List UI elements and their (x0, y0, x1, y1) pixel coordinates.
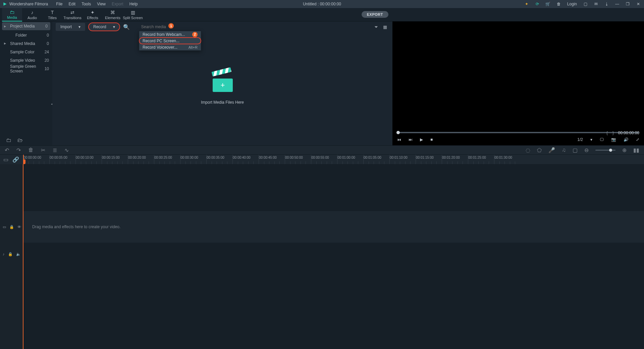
play-icon[interactable]: ▶ (420, 137, 423, 142)
track-lock-icon[interactable]: 🔒 (9, 225, 14, 229)
display-icon[interactable]: 🖵 (600, 137, 604, 142)
filter-icon[interactable]: ⏷ (374, 24, 378, 30)
volume-icon[interactable]: 🔊 (624, 137, 629, 142)
menu-edit[interactable]: Edit (69, 2, 76, 6)
menu-item-shortcut: Alt+R (189, 45, 198, 49)
cart-icon[interactable]: 🛒 (546, 2, 550, 6)
mixer-icon[interactable]: ♫ (562, 147, 566, 153)
select-tool-icon[interactable]: ▭ (3, 156, 8, 163)
track-video-icon[interactable]: ▭ (3, 225, 6, 229)
tab-elements[interactable]: ⌘ Elements (103, 8, 123, 21)
message-icon[interactable]: ✉ (594, 2, 598, 6)
refresh-icon[interactable]: ⟳ (535, 2, 540, 6)
link-icon[interactable]: 🔗 (12, 156, 19, 163)
preview-ratio[interactable]: 1/2 (577, 137, 583, 142)
menu-file[interactable]: File (56, 2, 62, 6)
menu-help[interactable]: Help (129, 2, 138, 6)
track-body-rest[interactable] (23, 265, 644, 349)
audio-sync-icon[interactable]: ∿ (64, 147, 69, 153)
redo-icon[interactable]: ↷ (16, 147, 21, 153)
tab-media[interactable]: 🗀 Media (2, 8, 22, 21)
save-icon[interactable]: ▢ (583, 2, 588, 6)
tab-label: Transitions (63, 16, 81, 20)
sidebar-item-shared-media[interactable]: Shared Media 0 (0, 39, 52, 48)
zoom-slider[interactable] (595, 150, 615, 151)
timeline-ruler[interactable]: 00:00:00:0000:00:05:0000:00:10:0000:00:1… (23, 155, 644, 164)
lightbulb-icon[interactable]: ✦ (524, 2, 529, 6)
sidebar-item-sample-video[interactable]: Sample Video 20 (0, 56, 52, 64)
menu-view[interactable]: View (97, 2, 106, 6)
delete-icon[interactable]: 🗑 (28, 147, 34, 153)
import-dropdown[interactable]: Import ▾ (56, 23, 85, 31)
cut-icon[interactable]: ✂ (41, 147, 45, 153)
chevron-down-icon[interactable]: ▾ (590, 137, 592, 142)
gift-icon[interactable]: 🗑 (556, 2, 561, 6)
titlebar: Wondershare Filmora File Edit Tools View… (0, 0, 644, 8)
prev-frame-icon[interactable]: ⏮ (397, 137, 401, 142)
tab-label: Titles (48, 16, 57, 20)
download-icon[interactable]: ⭳ (604, 2, 609, 6)
new-folder-alt-icon[interactable]: 🗁 (17, 137, 23, 143)
track-mute-icon[interactable]: 🔈 (16, 252, 21, 256)
track-head-spacer (0, 164, 23, 211)
tab-effects[interactable]: ✦ Effects (83, 8, 103, 21)
app-name: Wondershare Filmora (9, 2, 48, 6)
zoom-fit-icon[interactable]: ▮▮ (633, 147, 639, 153)
crop-icon[interactable]: ▢ (573, 147, 578, 153)
export-button[interactable]: EXPORT (362, 11, 388, 18)
window-close[interactable]: ✕ (637, 2, 641, 6)
track-eye-icon[interactable]: 👁 (17, 225, 21, 229)
render-icon[interactable]: ◌ (526, 147, 530, 153)
import-label: Import (60, 24, 72, 29)
sidebar-item-sample-green-screen[interactable]: Sample Green Screen 10 (0, 64, 52, 73)
record-webcam-item[interactable]: Record from Webcam... 2 (139, 31, 201, 38)
new-folder-icon[interactable]: 🗀 (6, 137, 11, 143)
next-frame-icon[interactable]: ⏭ (409, 137, 413, 142)
tab-label: Split Screen (123, 16, 143, 20)
mic-icon[interactable]: 🎤 (548, 147, 555, 153)
playhead[interactable] (23, 155, 24, 164)
zoom-in-icon[interactable]: ⊕ (622, 147, 627, 153)
marker-out-icon[interactable]: ⬠ (537, 147, 542, 153)
sidebar-item-folder[interactable]: Folder 0 (0, 31, 52, 39)
ruler-mark: 00:00:55:00 (311, 155, 337, 164)
track-body-audio[interactable] (23, 243, 644, 265)
tab-titles[interactable]: T Titles (42, 8, 62, 21)
scrubber-thumb[interactable] (396, 131, 400, 134)
project-title: Untitled : 00:00:00:00 (303, 2, 341, 6)
undo-icon[interactable]: ↶ (5, 147, 9, 153)
track-audio-icon[interactable]: ♪ (3, 252, 5, 256)
sidebar-item-count: 0 (47, 33, 49, 38)
tab-split-screen[interactable]: ▥ Split Screen (123, 8, 143, 21)
record-menu: Record from Webcam... 2 Record PC Screen… (139, 31, 201, 51)
window-minimize[interactable]: — (615, 2, 620, 6)
fullscreen-icon[interactable]: ⤢ (636, 137, 639, 142)
preview-scrubber[interactable] (396, 132, 639, 133)
tab-label: Audio (28, 16, 37, 20)
record-voiceover-item[interactable]: Record Voiceover... Alt+R (139, 44, 201, 50)
import-drop-target[interactable]: Import Media Files Here (201, 72, 244, 105)
zoom-out-icon[interactable]: ⊖ (584, 147, 589, 153)
ruler-mark: 00:00:35:00 (206, 155, 232, 164)
login-link[interactable]: Login (567, 2, 577, 6)
snapshot-icon[interactable]: 📷 (611, 137, 616, 142)
track-body-spacer[interactable] (23, 164, 644, 211)
grid-view-icon[interactable]: ▦ (383, 24, 387, 30)
record-pc-screen-item[interactable]: Record PC Screen... (139, 38, 201, 44)
ruler-mark: 00:00:05:00 (49, 155, 75, 164)
adjust-icon[interactable]: ≣ (53, 147, 57, 153)
stop-icon[interactable]: ■ (430, 137, 433, 142)
sidebar-item-project-media[interactable]: Project Media 0 (2, 22, 50, 30)
tab-transitions[interactable]: ⇄ Transitions (62, 8, 83, 21)
track-lock-icon[interactable]: 🔒 (8, 252, 13, 256)
sidebar-item-sample-color[interactable]: Sample Color 24 (0, 48, 52, 56)
menu-bar: File Edit Tools View Export Help (56, 2, 138, 6)
sidebar-item-label: Sample Green Screen (10, 64, 45, 73)
search-icon: 🔍 (123, 24, 130, 30)
record-dropdown[interactable]: Record ▾ (89, 23, 120, 31)
window-maximize[interactable]: ❐ (626, 2, 631, 6)
track-body-video[interactable]: Drag media and effects here to create yo… (23, 211, 644, 243)
tab-audio[interactable]: ♪ Audio (22, 8, 42, 21)
menu-tools[interactable]: Tools (82, 2, 91, 6)
record-label: Record (93, 24, 106, 29)
